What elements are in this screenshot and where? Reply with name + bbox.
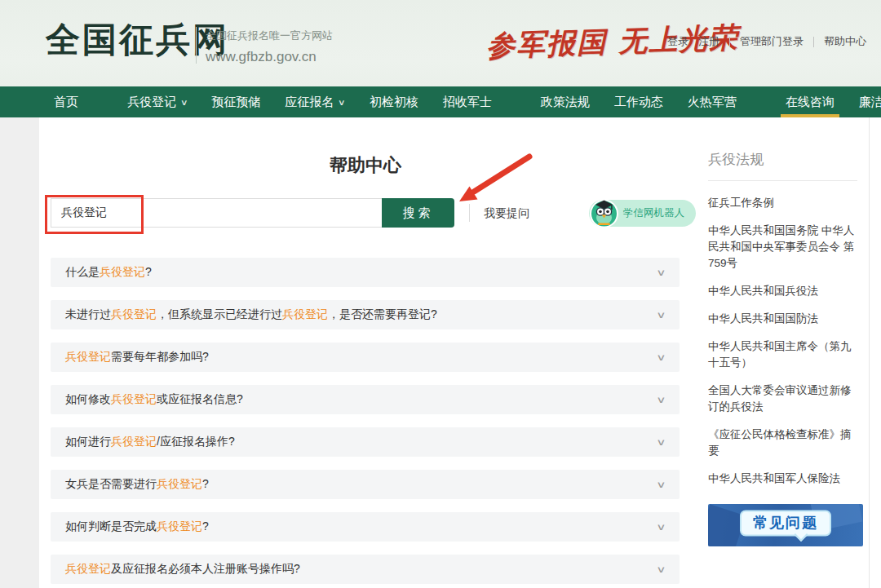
nav-item-label: 应征报名 [285,95,334,110]
question-segment: 什么是 [65,265,100,278]
question-segment: /应征报名操作? [157,435,235,448]
chevron-down-icon: ∨ [338,98,346,107]
nav-item-pre-recruit-reserve[interactable]: 预征预储 [211,86,260,117]
faq-row[interactable]: 女兵是否需要进行兵役登记?∨ [51,470,680,499]
highlighted-keyword: 兵役登记 [111,307,157,321]
header-link-register[interactable]: 注册 [698,34,719,49]
chevron-down-icon: ∨ [656,436,666,447]
question-segment: ，但系统显示已经进行过 [157,307,282,321]
main-navbar: 首页兵役登记∨预征预储应征报名∨初检初核招收军士政策法规工作动态火热军营在线咨询… [0,86,881,117]
question-segment: 如何进行 [65,435,111,448]
question-segment: 如何判断是否完成 [65,519,157,533]
help-center-panel: 帮助中心 搜索 我要提问 学信网机器人 什么是兵役登记?∨未进行过兵役登记，但系… [39,117,692,588]
nav-item-label: 初检初核 [370,95,418,110]
sidebar-link[interactable]: 中华人民共和国国防法 [708,311,857,327]
site-header: 全国征兵网 全国征兵报名唯一官方网站 www.gfbzb.gov.cn 参军报国… [0,0,881,86]
faq-row[interactable]: 如何进行兵役登记/应征报名操作?∨ [51,427,680,457]
header-link-login[interactable]: 登录 [667,34,688,49]
search-input[interactable] [51,198,382,228]
sidebar-link[interactable]: 征兵工作条例 [708,195,857,211]
chatbot-entry[interactable]: 学信网机器人 [589,200,696,227]
banner-bubble-label: 常见问题 [740,510,831,536]
nav-item-label: 火热军营 [688,95,737,110]
faq-question-text: 什么是兵役登记? [65,265,152,280]
faq-row[interactable]: 兵役登记需要每年都参加吗?∨ [51,343,680,372]
sidebar-link[interactable]: 中华人民共和国国务院 中华人民共和国中央军事委员会令 第759号 [708,223,857,272]
sidebar-title: 兵役法规 [708,150,857,181]
nav-item-enlistment-application[interactable]: 应征报名∨ [285,86,344,117]
faq-row[interactable]: 未进行过兵役登记，但系统显示已经进行过兵役登记，是否还需要再登记?∨ [51,300,680,329]
highlighted-keyword: 兵役登记 [282,307,328,321]
faq-row[interactable]: 如何修改兵役登记或应征报名信息?∨ [51,385,680,414]
sidebar-link[interactable]: 全国人大常委会审议通过新修订的兵役法 [708,382,857,415]
nav-item-label: 廉洁举报 [859,95,881,110]
chevron-down-icon: ∨ [180,98,188,107]
sidebar-regulations: 兵役法规 征兵工作条例中华人民共和国国务院 中华人民共和国中央军事委员会令 第7… [697,117,870,588]
sidebar-link[interactable]: 中华人民共和国兵役法 [708,283,857,299]
faq-question-text: 未进行过兵役登记，但系统显示已经进行过兵役登记，是否还需要再登记? [65,307,437,322]
nav-item-label: 招收军士 [443,95,492,110]
divider [469,204,470,222]
question-segment: ? [202,477,209,490]
nav-item-integrity-report[interactable]: 廉洁举报 [859,86,881,117]
question-segment: ，是否还需要再登记? [328,307,437,321]
faq-question-text: 兵役登记及应征报名必须本人注册账号操作吗? [65,562,300,577]
logo-divider [196,27,197,64]
nav-item-initial-check[interactable]: 初检初核 [370,86,418,117]
nav-item-policy-regulations[interactable]: 政策法规 [541,86,590,117]
faq-question-text: 如何进行兵役登记/应征报名操作? [65,435,235,449]
page-title: 帮助中心 [39,153,692,178]
faq-question-text: 兵役登记需要每年都参加吗? [65,350,209,365]
highlighted-keyword: 兵役登记 [100,265,145,278]
faq-banner[interactable]: 常见问题 [708,504,863,546]
faq-row[interactable]: 什么是兵役登记?∨ [51,258,680,287]
sidebar-link[interactable]: 中华人民共和国主席令（第九十五号） [708,338,857,371]
nav-item-work-news[interactable]: 工作动态 [614,86,663,117]
nav-item-label: 预征预储 [211,95,260,110]
highlighted-keyword: 兵役登记 [65,562,111,575]
header-link-divider [813,37,814,47]
nav-item-label: 兵役登记 [127,95,176,110]
question-segment: ? [145,265,152,278]
sidebar-links: 征兵工作条例中华人民共和国国务院 中华人民共和国中央军事委员会令 第759号中华… [708,195,857,487]
nav-item-home[interactable]: 首页 [54,86,78,117]
chatbot-label: 学信网机器人 [623,206,684,220]
highlighted-keyword: 兵役登记 [157,477,202,490]
question-segment: 女兵是否需要进行 [65,477,157,490]
highlighted-keyword: 兵役登记 [65,350,111,363]
sidebar-link[interactable]: 中华人民共和国军人保险法 [708,471,857,487]
chevron-down-icon: ∨ [656,309,666,320]
nav-item-sergeant-recruitment[interactable]: 招收军士 [443,86,492,117]
question-segment: ? [202,519,209,533]
nav-item-online-consultation[interactable]: 在线咨询 [786,86,835,117]
nav-item-hot-military-camp[interactable]: 火热军营 [688,86,737,117]
question-segment: 或应征报名信息? [157,392,243,405]
chevron-down-icon: ∨ [656,479,666,489]
ask-question-link[interactable]: 我要提问 [484,206,529,221]
header-link-divider [729,37,730,47]
nav-item-label: 在线咨询 [786,95,835,110]
faq-question-text: 如何判断是否完成兵役登记? [65,519,209,534]
sidebar-link[interactable]: 《应征公民体格检查标准》摘要 [708,427,857,459]
faq-list: 什么是兵役登记?∨未进行过兵役登记，但系统显示已经进行过兵役登记，是否还需要再登… [51,258,680,588]
nav-item-label: 政策法规 [541,95,590,110]
highlighted-keyword: 兵役登记 [157,519,202,533]
question-segment: 及应征报名必须本人注册账号操作吗? [111,562,300,575]
nav-item-military-service-registration[interactable]: 兵役登记∨ [127,86,187,117]
site-logo[interactable]: 全国征兵网 [46,21,229,59]
search-button[interactable]: 搜索 [382,198,454,228]
left-gutter [0,117,39,588]
tagline-text: 全国征兵报名唯一官方网站 [206,29,333,43]
faq-row[interactable]: 兵役登记及应征报名必须本人注册账号操作吗?∨ [51,555,680,584]
chevron-down-icon: ∨ [656,564,666,574]
faq-question-text: 女兵是否需要进行兵役登记? [65,477,209,492]
owl-mascot-icon [589,198,619,228]
header-link-help-center[interactable]: 帮助中心 [824,34,866,49]
chevron-down-icon: ∨ [656,521,666,532]
faq-row[interactable]: 如何判断是否完成兵役登记?∨ [51,512,680,542]
question-segment: 如何修改 [65,392,111,405]
header-link-admin-login[interactable]: 管理部门登录 [740,34,804,49]
site-url: www.gfbzb.gov.cn [206,49,333,65]
faq-question-text: 如何修改兵役登记或应征报名信息? [65,392,243,407]
nav-item-label: 工作动态 [614,95,663,110]
